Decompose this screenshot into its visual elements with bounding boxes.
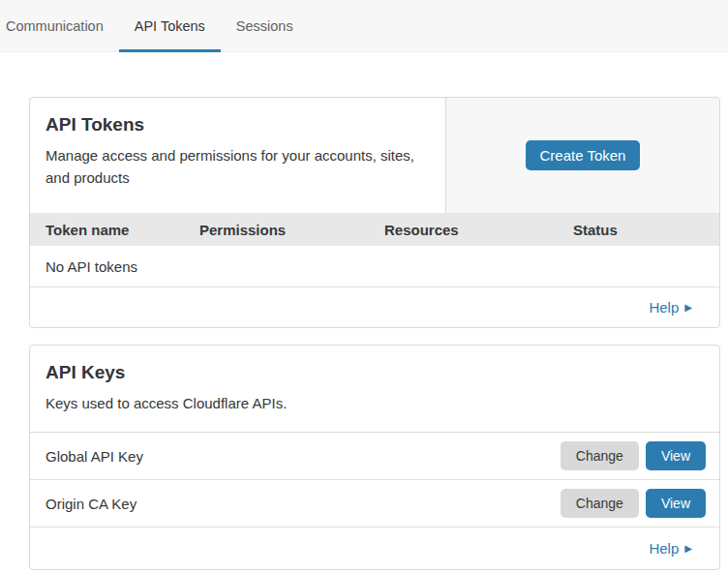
origin-ca-key-label: Origin CA Key bbox=[46, 496, 136, 512]
tokens-help-link[interactable]: Help ▶ bbox=[649, 299, 692, 316]
tab-communication[interactable]: Communication bbox=[6, 0, 119, 51]
tab-sessions[interactable]: Sessions bbox=[221, 0, 309, 51]
help-arrow-icon: ▶ bbox=[684, 303, 692, 313]
global-api-key-row: Global API Key Change View bbox=[30, 433, 719, 480]
global-api-key-change-button[interactable]: Change bbox=[561, 441, 639, 470]
column-header-token-name: Token name bbox=[46, 222, 199, 238]
keys-help-link[interactable]: Help ▶ bbox=[649, 540, 692, 557]
api-keys-card-header: API Keys Keys used to access Cloudflare … bbox=[30, 346, 719, 433]
column-header-resources: Resources bbox=[384, 222, 573, 238]
tokens-help-row: Help ▶ bbox=[30, 287, 719, 327]
page-content: API Tokens Manage access and permissions… bbox=[0, 52, 728, 570]
origin-ca-key-view-button[interactable]: View bbox=[646, 489, 706, 518]
api-tokens-title: API Tokens bbox=[46, 114, 430, 136]
tab-bar: Communication API Tokens Sessions bbox=[0, 0, 728, 52]
global-api-key-view-button[interactable]: View bbox=[646, 441, 706, 470]
help-arrow-icon: ▶ bbox=[684, 544, 692, 554]
tokens-table-header: Token name Permissions Resources Status bbox=[30, 213, 719, 246]
api-keys-title: API Keys bbox=[46, 362, 704, 383]
origin-ca-key-change-button[interactable]: Change bbox=[561, 489, 639, 518]
origin-ca-key-actions: Change View bbox=[561, 489, 706, 518]
create-token-button[interactable]: Create Token bbox=[526, 140, 641, 170]
column-header-status: Status bbox=[573, 222, 719, 238]
api-keys-description: Keys used to access Cloudflare APIs. bbox=[46, 392, 704, 414]
api-tokens-card: API Tokens Manage access and permissions… bbox=[29, 97, 720, 328]
column-header-permissions: Permissions bbox=[199, 222, 384, 238]
global-api-key-label: Global API Key bbox=[46, 448, 143, 465]
api-keys-card: API Keys Keys used to access Cloudflare … bbox=[29, 345, 720, 570]
api-tokens-card-header: API Tokens Manage access and permissions… bbox=[30, 98, 719, 213]
tab-api-tokens[interactable]: API Tokens bbox=[119, 0, 221, 51]
keys-help-label: Help bbox=[649, 540, 679, 557]
tokens-empty-state: No API tokens bbox=[30, 246, 719, 287]
global-api-key-actions: Change View bbox=[561, 441, 706, 470]
api-tokens-header-action-cell: Create Token bbox=[446, 98, 719, 213]
api-tokens-header-text: API Tokens Manage access and permissions… bbox=[30, 98, 446, 213]
keys-help-row: Help ▶ bbox=[30, 528, 719, 569]
api-tokens-description: Manage access and permissions for your a… bbox=[46, 144, 430, 190]
tokens-help-label: Help bbox=[649, 299, 679, 316]
origin-ca-key-row: Origin CA Key Change View bbox=[30, 480, 719, 528]
